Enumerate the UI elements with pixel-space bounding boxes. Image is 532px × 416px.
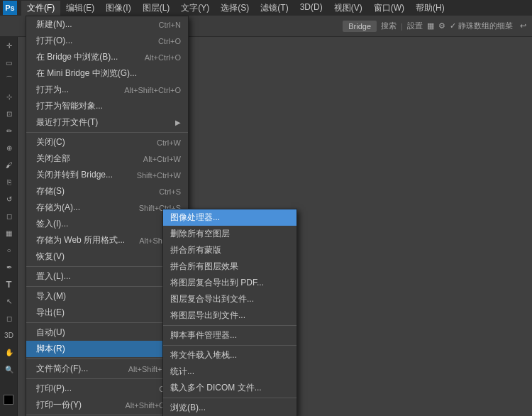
tool-lasso[interactable]: ⌒: [0, 71, 18, 88]
submenu-load-stack[interactable]: 将文件载入堆栈...: [163, 347, 297, 363]
menu-3d[interactable]: 3D(D): [294, 1, 328, 16]
submenu-script-events[interactable]: 脚本事件管理器...: [163, 327, 297, 344]
scripts-submenu: 图像处理器... 删除所有空图层 拼合所有蒙版 拼合所有图层效果 将图层复合导出…: [162, 209, 297, 416]
tool-zoom[interactable]: 🔍: [0, 361, 18, 378]
sub-sep1: [163, 325, 297, 326]
tool-3d[interactable]: 3D: [0, 327, 18, 344]
tool-gradient[interactable]: ▦: [0, 224, 18, 241]
tool-wand[interactable]: ⊹: [0, 88, 18, 105]
menu-save[interactable]: 存储(S) Ctrl+S: [26, 183, 188, 199]
toolbar-right: Bridge 搜索 | 設置 ▦ ⚙ ✓ 静珠数组的细菜 ↩: [343, 21, 526, 32]
toolbar-gear-icon[interactable]: ⚙: [438, 21, 445, 31]
submenu-flatten-effects[interactable]: 拼合所有图层效果: [163, 258, 297, 275]
menubar-items: 文件(F) 编辑(E) 图像(I) 图层(L) 文字(Y) 选择(S) 滤镜(T…: [21, 1, 450, 16]
tool-crop[interactable]: ⊡: [0, 105, 18, 122]
menu-view[interactable]: 视图(V): [328, 1, 368, 16]
menu-open[interactable]: 打开(O)... Ctrl+O: [26, 33, 188, 49]
tool-select-rect[interactable]: ▭: [0, 54, 18, 71]
tool-stamp[interactable]: ⎘: [0, 173, 18, 190]
submenu-load-dicom[interactable]: 载入多个 DICOM 文件...: [163, 380, 297, 396]
tool-dodge[interactable]: ○: [0, 241, 18, 258]
toolbar-undo-icon[interactable]: ↩: [520, 21, 526, 31]
menu-filter[interactable]: 滤镜(T): [255, 1, 294, 16]
sub-sep2: [163, 345, 297, 346]
menu-layer[interactable]: 图层(L): [137, 1, 176, 16]
menu-image[interactable]: 图像(I): [100, 1, 136, 16]
menu-open-smart[interactable]: 打开为智能对象...: [26, 98, 188, 114]
toolbar-grid-icon: ▦: [427, 21, 434, 31]
menu-close-bridge[interactable]: 关闭并转到 Bridge... Shift+Ctrl+W: [26, 167, 188, 183]
menu-type[interactable]: 文字(Y): [175, 1, 215, 16]
menu-window[interactable]: 窗口(W): [368, 1, 410, 16]
menu-close-all[interactable]: 关闭全部 Alt+Ctrl+W: [26, 150, 188, 167]
submenu-browse[interactable]: 浏览(B)...: [163, 400, 297, 416]
app-logo: Ps: [3, 1, 17, 15]
left-panel: ✛ ▭ ⌒ ⊹ ⊡ ✏ ⊕ 🖌 ⎘ ↺ ◻ ▦ ○ ✒ T ↖ ◻ 3D ✋ 🔍: [0, 37, 18, 416]
submenu-statistics[interactable]: 统计...: [163, 363, 297, 380]
tool-brush[interactable]: 🖌: [0, 156, 18, 173]
sub-sep3: [163, 398, 297, 398]
tool-move[interactable]: ✛: [0, 37, 18, 54]
tool-eyedropper[interactable]: ✏: [0, 122, 18, 139]
foreground-color[interactable]: [4, 395, 13, 405]
menubar: Ps 文件(F) 编辑(E) 图像(I) 图层(L) 文字(Y) 选择(S) 滤…: [0, 0, 532, 16]
bridge-button[interactable]: Bridge: [343, 21, 377, 32]
sep1: [26, 132, 188, 133]
tool-heal[interactable]: ⊕: [0, 139, 18, 156]
toolbar-checkbox: ✓ 静珠数组的细菜: [450, 21, 513, 31]
menu-file[interactable]: 文件(F): [21, 1, 60, 16]
menu-browse-mini[interactable]: 在 Mini Bridge 中浏览(G)...: [26, 65, 188, 82]
toolbar-search: 搜索: [381, 21, 397, 31]
menu-select[interactable]: 选择(S): [215, 1, 255, 16]
menu-new[interactable]: 新建(N)... Ctrl+N: [26, 16, 188, 33]
tool-type[interactable]: T: [0, 275, 18, 292]
menu-close[interactable]: 关闭(C) Ctrl+W: [26, 134, 188, 150]
submenu-export-pdf[interactable]: 将图层复合导出到 PDF...: [163, 275, 297, 291]
menu-open-as[interactable]: 打开为... Alt+Shift+Ctrl+O: [26, 82, 188, 98]
menu-edit[interactable]: 编辑(E): [60, 1, 100, 16]
tool-hand[interactable]: ✋: [0, 344, 18, 361]
menu-browse-bridge[interactable]: 在 Bridge 中浏览(B)... Alt+Ctrl+O: [26, 49, 188, 65]
menu-recent[interactable]: 最近打开文件(T) ▶: [26, 114, 188, 131]
submenu-export-layers[interactable]: 将图层导出到文件...: [163, 307, 297, 324]
toolbar-divider1: |: [401, 22, 403, 31]
tool-shape[interactable]: ◻: [0, 310, 18, 327]
submenu-export-files[interactable]: 图层复合导出到文件...: [163, 291, 297, 307]
tool-history[interactable]: ↺: [0, 190, 18, 207]
tool-pen[interactable]: ✒: [0, 258, 18, 275]
submenu-image-processor[interactable]: 图像处理器...: [163, 209, 297, 226]
toolbar-layout: 設置: [407, 21, 423, 31]
tool-eraser[interactable]: ◻: [0, 207, 18, 224]
submenu-delete-empty[interactable]: 删除所有空图层: [163, 226, 297, 242]
submenu-flatten-masks[interactable]: 拼合所有蒙版: [163, 242, 297, 258]
menu-help[interactable]: 帮助(H): [410, 1, 450, 16]
tool-path-select[interactable]: ↖: [0, 292, 18, 310]
